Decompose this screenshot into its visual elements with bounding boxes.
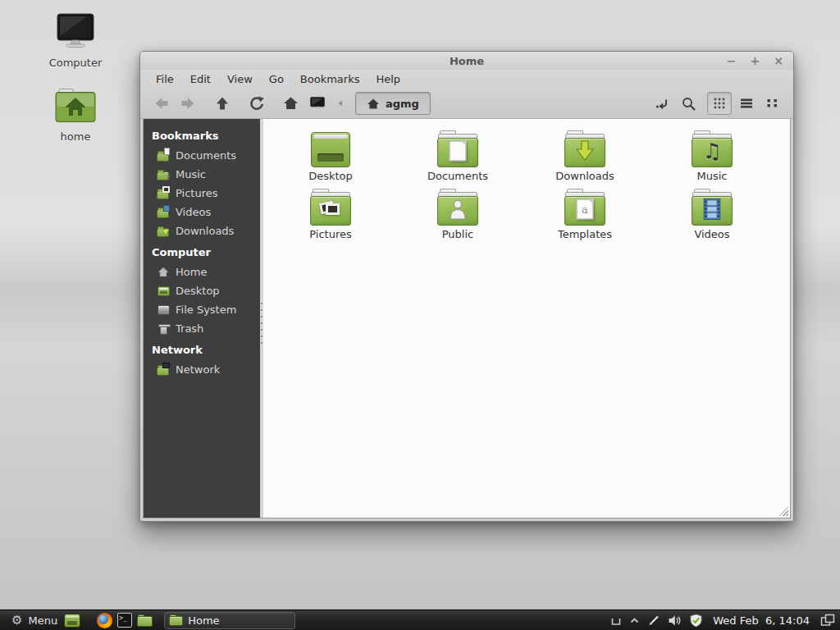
file-name: Music: [697, 170, 728, 182]
home-icon: [367, 98, 380, 110]
file-item[interactable]: Pictures: [270, 189, 391, 240]
sidebar-item-home[interactable]: Home: [144, 262, 260, 281]
file-item[interactable]: Public: [397, 189, 518, 240]
folder-icon-desktop: [311, 132, 350, 167]
minimize-button[interactable]: −: [727, 55, 737, 66]
close-button[interactable]: ×: [774, 55, 783, 66]
home-button[interactable]: [280, 93, 302, 115]
sidebar-item-label: Desktop: [176, 285, 220, 297]
computer-button[interactable]: [306, 93, 328, 115]
launcher-group: >_: [87, 613, 153, 628]
menu-edit[interactable]: Edit: [182, 71, 219, 88]
sidebar-item-label: Network: [176, 363, 220, 376]
home-icon: [157, 266, 170, 279]
window-controls: − + ×: [727, 52, 783, 70]
back-button[interactable]: [150, 93, 172, 115]
file-item[interactable]: Videos: [651, 189, 773, 240]
sidebar-header-bookmarks: Bookmarks: [144, 124, 260, 146]
toolbar-right-group: [651, 92, 783, 115]
back-icon: [153, 95, 170, 112]
firefox-launcher-icon[interactable]: [97, 613, 112, 628]
folder-music-icon: ♪: [157, 168, 170, 181]
window-outline-icon[interactable]: [610, 614, 622, 627]
desktop-icon-computer[interactable]: Computer: [36, 13, 115, 69]
desktop-icon-area: Computer home: [36, 13, 115, 143]
sidebar-item-downloads[interactable]: Downloads: [144, 221, 260, 240]
menu-go[interactable]: Go: [261, 71, 292, 88]
file-name: Pictures: [309, 228, 351, 240]
pathbar-label: agmg: [386, 98, 419, 110]
file-name: Templates: [558, 228, 612, 240]
file-manager-launcher-icon[interactable]: [137, 614, 153, 627]
desktop-icon-home[interactable]: home: [36, 89, 115, 143]
sidebar-item-network[interactable]: Network: [144, 360, 260, 379]
list-view-button[interactable]: [735, 93, 757, 115]
chevron-up-icon[interactable]: [629, 615, 640, 626]
up-icon: [214, 95, 231, 112]
clock[interactable]: Wed Feb 6, 14:04: [713, 614, 810, 627]
sidebar-item-pictures[interactable]: Pictures: [144, 184, 260, 203]
drive-icon: [157, 304, 170, 317]
folder-icon-documents: [437, 130, 478, 167]
menu-bookmarks[interactable]: Bookmarks: [292, 71, 368, 88]
folder-documents-icon: [157, 149, 170, 162]
up-button[interactable]: [211, 93, 233, 115]
refresh-icon: [249, 95, 265, 112]
menu-help[interactable]: Help: [368, 71, 409, 88]
forward-button[interactable]: [176, 93, 199, 115]
update-shield-icon[interactable]: [689, 614, 703, 628]
menu-button-label: Menu: [28, 614, 57, 627]
menu-file[interactable]: File: [148, 71, 182, 88]
show-desktop-button[interactable]: [64, 614, 80, 628]
file-name: Documents: [427, 170, 488, 182]
file-name: Public: [442, 228, 473, 240]
compact-view-button[interactable]: [761, 93, 783, 115]
sidebar-header-network: Network: [144, 338, 260, 360]
file-item[interactable]: ♫ Music: [651, 130, 773, 182]
folder-icon-pictures: [310, 189, 351, 226]
icon-view-button[interactable]: [707, 92, 732, 115]
terminal-launcher-icon[interactable]: >_: [117, 613, 132, 628]
location-entry-button[interactable]: [651, 93, 673, 115]
window-resize-grip[interactable]: [779, 507, 788, 516]
file-item[interactable]: Desktop: [270, 130, 391, 182]
file-icon-view[interactable]: Desktop Documents Downloads: [263, 119, 790, 518]
pathbar-home-button[interactable]: agmg: [355, 92, 431, 115]
folder-pictures-icon: [157, 187, 170, 200]
titlebar[interactable]: Home − + ×: [140, 52, 793, 70]
sidebar-item-desktop[interactable]: Desktop: [144, 281, 260, 300]
maximize-button[interactable]: +: [751, 55, 760, 66]
sidebar-item-label: File System: [176, 304, 236, 316]
network-folder-icon: [157, 363, 170, 377]
system-tray: Wed Feb 6, 14:04: [610, 614, 835, 628]
forward-icon: [180, 95, 196, 112]
file-item[interactable]: a Templates: [524, 189, 646, 240]
taskbar-window-label: Home: [188, 614, 219, 627]
file-item[interactable]: Downloads: [524, 130, 646, 182]
sidebar-item-label: Downloads: [176, 225, 234, 237]
pathbar-scroll-left-icon: [336, 98, 345, 108]
sidebar-item-trash[interactable]: Trash: [144, 319, 260, 338]
folder-icon: [169, 614, 183, 626]
menu-button[interactable]: ⚙ Menu: [5, 610, 64, 630]
desktop-icon: [157, 285, 170, 298]
tablet-pen-icon[interactable]: [647, 614, 660, 627]
sidebar-item-file-system[interactable]: File System: [144, 300, 260, 319]
sidebar-item-label: Videos: [176, 206, 211, 218]
sidebar-item-videos[interactable]: Videos: [144, 203, 260, 221]
menu-view[interactable]: View: [219, 71, 261, 88]
gear-icon: ⚙: [11, 614, 22, 627]
places-sidebar: Bookmarks Documents ♪ Music Pictures Vid…: [144, 119, 260, 518]
sidebar-item-documents[interactable]: Documents: [144, 146, 260, 165]
taskbar-panel: ⚙ Menu >_ Home: [0, 609, 840, 630]
computer-icon: [308, 95, 326, 112]
taskbar-window-button[interactable]: Home: [164, 612, 295, 629]
search-button[interactable]: [678, 93, 700, 115]
sidebar-item-label: Music: [176, 168, 206, 180]
file-item[interactable]: Documents: [397, 130, 518, 182]
sidebar-item-music[interactable]: ♪ Music: [144, 165, 260, 184]
volume-icon[interactable]: [668, 614, 682, 627]
workspace-switcher-icon[interactable]: [820, 614, 835, 627]
refresh-button[interactable]: [245, 93, 267, 115]
folder-icon-templates: a: [564, 189, 605, 226]
